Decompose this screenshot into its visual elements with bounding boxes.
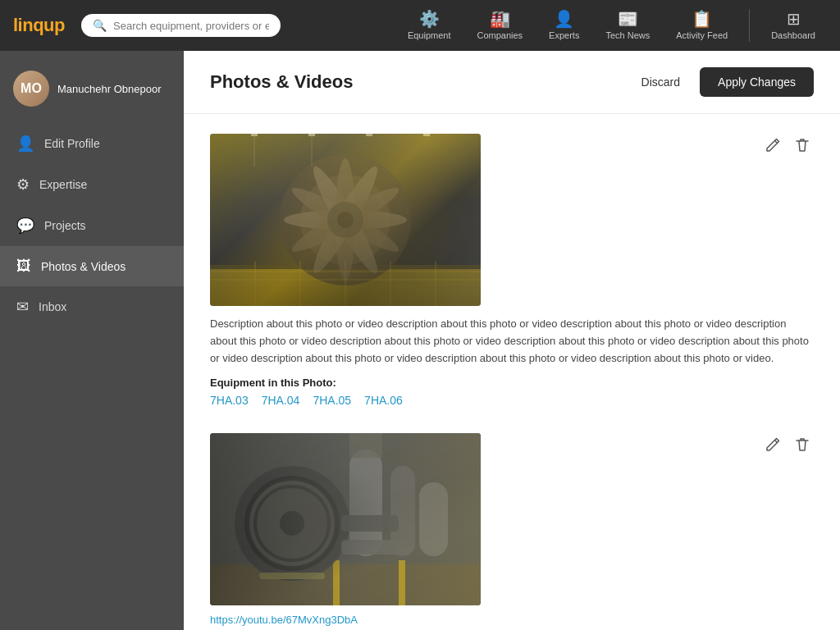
nav-label-equipment: Equipment (408, 30, 451, 40)
svg-rect-27 (333, 560, 340, 605)
svg-point-3 (300, 175, 390, 265)
nav-item-experts[interactable]: 👤 Experts (537, 6, 591, 45)
turbine-image-1 (210, 134, 481, 306)
nav-item-companies[interactable]: 🏭 Companies (465, 6, 534, 45)
nav-label-activity-feed: Activity Feed (676, 30, 728, 40)
media-top-row-1 (210, 134, 814, 306)
equipment-tags-1: 7HA.03 7HA.04 7HA.05 7HA.06 (210, 394, 814, 407)
sidebar-label-projects: Projects (44, 219, 86, 232)
apply-changes-button[interactable]: Apply Changes (700, 67, 814, 97)
svg-point-4 (284, 210, 407, 230)
logo[interactable]: linqup (13, 15, 65, 36)
svg-rect-0 (210, 265, 481, 306)
action-icons-1 (761, 134, 814, 157)
inbox-icon: ✉ (16, 298, 29, 316)
sidebar: MO Manuchehr Obnepoor 👤 Edit Profile ⚙ E… (0, 51, 184, 630)
action-icons-2 (761, 433, 814, 456)
svg-rect-36 (341, 515, 399, 532)
svg-point-5 (287, 180, 404, 259)
sidebar-item-photos-videos[interactable]: 🖼 Photos & Videos (0, 246, 184, 286)
user-info: MO Manuchehr Obnepoor (0, 64, 184, 123)
expertise-icon: ⚙ (16, 176, 30, 194)
media-top-row-2 (210, 433, 814, 605)
nav-item-equipment[interactable]: ⚙️ Equipment (396, 6, 463, 45)
top-navigation: linqup 🔍 ⚙️ Equipment 🏭 Companies 👤 Expe… (0, 0, 840, 51)
svg-point-38 (280, 511, 304, 536)
svg-point-32 (255, 486, 329, 560)
nav-label-companies: Companies (477, 30, 523, 40)
tech-news-icon: 📰 (618, 11, 638, 27)
turbine-image-2 (210, 433, 481, 605)
sidebar-label-expertise: Expertise (39, 178, 87, 191)
svg-point-10 (327, 202, 363, 238)
nav-label-dashboard: Dashboard (771, 30, 815, 40)
discard-button[interactable]: Discard (628, 69, 693, 95)
main-layout: MO Manuchehr Obnepoor 👤 Edit Profile ⚙ E… (0, 51, 840, 630)
svg-point-30 (247, 478, 337, 568)
projects-icon: 💬 (16, 217, 34, 235)
equipment-tag-7ha06[interactable]: 7HA.06 (364, 394, 403, 407)
equipment-tag-7ha05[interactable]: 7HA.05 (313, 394, 351, 407)
main-content: Photos & Videos Discard Apply Changes (184, 51, 840, 630)
media-link-2[interactable]: https://youtu.be/67MvXng3DbA (210, 614, 814, 626)
svg-rect-40 (349, 433, 382, 458)
edit-button-1[interactable] (761, 134, 784, 157)
media-description-1: Description about this photo or video de… (210, 316, 814, 367)
svg-point-31 (247, 478, 337, 568)
sidebar-label-edit-profile: Edit Profile (44, 137, 100, 150)
svg-rect-41 (390, 433, 415, 450)
nav-items: ⚙️ Equipment 🏭 Companies 👤 Experts 📰 Tec… (396, 6, 827, 45)
sidebar-label-inbox: Inbox (39, 300, 66, 313)
delete-button-1[interactable] (791, 134, 814, 157)
dashboard-icon: ⊞ (787, 11, 801, 27)
svg-point-7 (336, 158, 355, 281)
svg-point-8 (306, 162, 385, 278)
svg-rect-28 (399, 560, 405, 605)
svg-rect-1 (210, 134, 481, 269)
nav-item-activity-feed[interactable]: 📋 Activity Feed (664, 6, 739, 45)
svg-point-9 (287, 180, 404, 259)
search-box[interactable]: 🔍 (81, 14, 281, 37)
equipment-icon: ⚙️ (419, 11, 440, 27)
svg-rect-39 (259, 573, 325, 579)
edit-button-2[interactable] (761, 433, 784, 456)
media-item-1: Description about this photo or video de… (210, 134, 814, 407)
svg-point-6 (306, 162, 385, 278)
media-thumbnail-1 (210, 134, 481, 306)
svg-rect-19 (251, 134, 258, 136)
media-item-2: https://youtu.be/67MvXng3DbA (210, 433, 814, 626)
nav-item-tech-news[interactable]: 📰 Tech News (594, 6, 661, 45)
content-scroll: Description about this photo or video de… (184, 114, 840, 630)
sidebar-item-expertise[interactable]: ⚙ Expertise (0, 164, 184, 205)
svg-rect-21 (366, 134, 372, 136)
nav-divider (749, 9, 750, 42)
svg-rect-37 (341, 540, 407, 555)
page-title: Photos & Videos (210, 71, 628, 93)
svg-rect-34 (390, 466, 415, 556)
nav-item-dashboard[interactable]: ⊞ Dashboard (760, 6, 827, 45)
avatar: MO (13, 71, 49, 107)
equipment-tag-7ha04[interactable]: 7HA.04 (262, 394, 300, 407)
experts-icon: 👤 (554, 11, 574, 27)
sidebar-item-inbox[interactable]: ✉ Inbox (0, 286, 184, 327)
svg-rect-33 (349, 450, 382, 556)
equipment-tag-7ha03[interactable]: 7HA.03 (210, 394, 249, 407)
sidebar-item-edit-profile[interactable]: 👤 Edit Profile (0, 123, 184, 164)
logo-text: linqu (13, 15, 54, 35)
svg-rect-22 (423, 134, 430, 136)
search-input[interactable] (113, 20, 269, 32)
equipment-label-1: Equipment in this Photo: (210, 377, 814, 389)
svg-rect-25 (210, 433, 481, 605)
companies-icon: 🏭 (490, 11, 510, 27)
logo-accent: p (54, 15, 65, 35)
delete-button-2[interactable] (791, 433, 814, 456)
svg-rect-20 (308, 134, 315, 136)
svg-point-2 (280, 154, 411, 285)
sidebar-item-projects[interactable]: 💬 Projects (0, 205, 184, 246)
svg-point-11 (337, 212, 354, 228)
photos-videos-icon: 🖼 (16, 258, 31, 275)
svg-rect-26 (210, 564, 481, 605)
sidebar-label-photos-videos: Photos & Videos (41, 260, 126, 273)
nav-label-experts: Experts (549, 30, 579, 40)
edit-profile-icon: 👤 (16, 135, 34, 153)
